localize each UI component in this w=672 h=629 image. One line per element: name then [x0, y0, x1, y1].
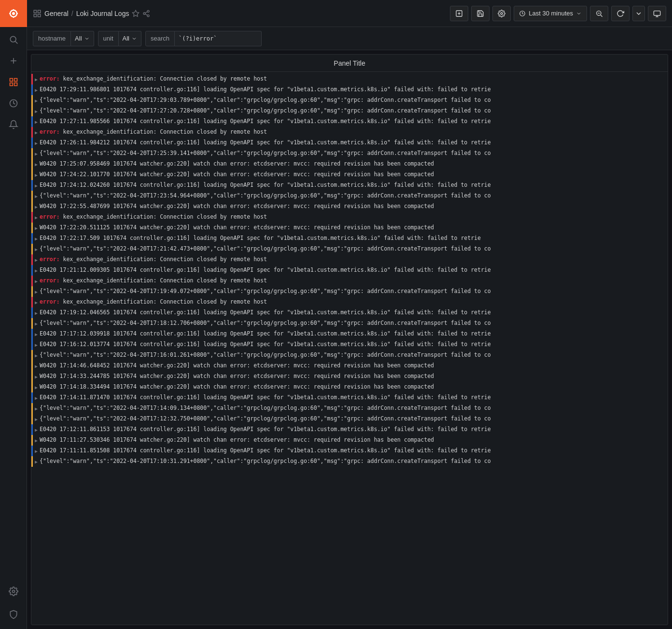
log-line[interactable]: ▶W0420 17:14:18.334494 1017674 watcher.g… — [31, 382, 668, 392]
share-icon[interactable] — [142, 10, 150, 17]
sidebar-item-search[interactable] — [0, 29, 27, 50]
log-expand-icon[interactable]: ▶ — [35, 329, 38, 339]
log-container[interactable]: ▶error: kex_exchange_identification: Con… — [31, 72, 668, 625]
svg-line-26 — [145, 12, 148, 13]
log-line[interactable]: ▶{"level":"warn","ts":"2022-04-20T17:10:… — [31, 456, 668, 467]
log-line[interactable]: ▶E0420 17:19:12.046565 1017674 controlle… — [31, 308, 668, 318]
save-button[interactable] — [471, 6, 490, 21]
log-expand-icon[interactable]: ▶ — [35, 393, 38, 403]
log-line[interactable]: ▶W0420 17:14:46.648452 1017674 watcher.g… — [31, 361, 668, 371]
log-line[interactable]: ▶error: kex_exchange_identification: Con… — [31, 254, 668, 265]
log-expand-icon[interactable]: ▶ — [35, 404, 38, 413]
log-line[interactable]: ▶W0420 17:22:20.511125 1017674 watcher.g… — [31, 223, 668, 233]
log-expand-icon[interactable]: ▶ — [35, 106, 38, 116]
log-line[interactable]: ▶{"level":"warn","ts":"2022-04-20T17:12:… — [31, 414, 668, 424]
hostname-select[interactable]: All — [71, 31, 94, 46]
log-expand-icon[interactable]: ▶ — [35, 138, 38, 148]
log-expand-icon[interactable]: ▶ — [35, 149, 38, 158]
log-line[interactable]: ▶E0420 17:22:17.509 1017674 controller.g… — [31, 233, 668, 244]
sidebar-item-alerting[interactable] — [0, 114, 27, 135]
log-line[interactable]: ▶W0420 17:14:33.244785 1017674 watcher.g… — [31, 371, 668, 382]
log-line[interactable]: ▶error: kex_exchange_identification: Con… — [31, 127, 668, 138]
log-line[interactable]: ▶{"level":"warn","ts":"2022-04-20T17:23:… — [31, 191, 668, 201]
star-icon[interactable] — [132, 10, 140, 17]
log-line[interactable]: ▶error: kex_exchange_identification: Con… — [31, 276, 668, 286]
sidebar-item-explore[interactable] — [0, 93, 27, 114]
log-expand-icon[interactable]: ▶ — [35, 276, 38, 286]
log-expand-icon[interactable]: ▶ — [35, 414, 38, 424]
log-expand-icon[interactable]: ▶ — [35, 223, 38, 233]
log-line[interactable]: ▶E0420 17:27:11.985566 1017674 controlle… — [31, 116, 668, 127]
time-range-button[interactable]: Last 30 minutes — [514, 6, 587, 21]
log-line[interactable]: ▶E0420 17:11:11.851508 1017674 controlle… — [31, 446, 668, 456]
log-expand-icon[interactable]: ▶ — [35, 319, 38, 328]
tv-mode-button[interactable] — [648, 6, 666, 21]
unit-select[interactable]: All — [119, 31, 141, 46]
dashboard-settings-button[interactable] — [492, 6, 511, 21]
log-expand-icon[interactable]: ▶ — [35, 308, 38, 318]
log-expand-icon[interactable]: ▶ — [35, 117, 38, 126]
log-line[interactable]: ▶error: kex_exchange_identification: Con… — [31, 212, 668, 223]
log-expand-icon[interactable]: ▶ — [35, 85, 38, 95]
log-expand-icon[interactable]: ▶ — [35, 425, 38, 434]
log-line[interactable]: ▶E0420 17:17:12.039918 1017674 controlle… — [31, 329, 668, 339]
search-input[interactable] — [175, 31, 262, 46]
log-expand-icon[interactable]: ▶ — [35, 297, 38, 307]
log-line[interactable]: ▶error: kex_exchange_identification: Con… — [31, 74, 668, 84]
refresh-button[interactable] — [611, 6, 630, 21]
sidebar-item-settings[interactable] — [0, 581, 27, 602]
grafana-logo[interactable] — [0, 0, 27, 27]
log-expand-icon[interactable]: ▶ — [35, 350, 38, 360]
log-expand-icon[interactable]: ▶ — [35, 234, 38, 243]
log-line[interactable]: ▶E0420 17:24:12.024260 1017674 controlle… — [31, 180, 668, 191]
log-expand-icon[interactable]: ▶ — [35, 212, 38, 222]
log-text: E0420 17:24:12.024260 1017674 controller… — [40, 181, 491, 189]
log-expand-icon[interactable]: ▶ — [35, 266, 38, 275]
log-expand-icon[interactable]: ▶ — [35, 96, 38, 105]
log-expand-icon[interactable]: ▶ — [35, 446, 38, 456]
log-line[interactable]: ▶{"level":"warn","ts":"2022-04-20T17:19:… — [31, 286, 668, 297]
sidebar-item-shield[interactable] — [0, 604, 27, 625]
log-line[interactable]: ▶error: kex_exchange_identification: Con… — [31, 297, 668, 308]
add-panel-button[interactable] — [450, 6, 468, 21]
log-expand-icon[interactable]: ▶ — [35, 127, 38, 137]
log-expand-icon[interactable]: ▶ — [35, 435, 38, 445]
search-label: search — [145, 31, 175, 46]
log-expand-icon[interactable]: ▶ — [35, 382, 38, 392]
log-line[interactable]: ▶E0420 17:29:11.986801 1017674 controlle… — [31, 84, 668, 95]
log-expand-icon[interactable]: ▶ — [35, 340, 38, 349]
log-line[interactable]: ▶E0420 17:21:12.009305 1017674 controlle… — [31, 265, 668, 276]
log-line[interactable]: ▶E0420 17:26:11.984212 1017674 controlle… — [31, 138, 668, 148]
log-line[interactable]: ▶W0420 17:11:27.530346 1017674 watcher.g… — [31, 435, 668, 446]
log-line[interactable]: ▶{"level":"warn","ts":"2022-04-20T17:14:… — [31, 403, 668, 414]
log-expand-icon[interactable]: ▶ — [35, 191, 38, 201]
log-line[interactable]: ▶W0420 17:24:22.101770 1017674 watcher.g… — [31, 169, 668, 180]
log-line[interactable]: ▶W0420 17:22:55.487699 1017674 watcher.g… — [31, 201, 668, 212]
log-expand-icon[interactable]: ▶ — [35, 287, 38, 296]
log-line[interactable]: ▶E0420 17:16:12.013774 1017674 controlle… — [31, 339, 668, 350]
refresh-dropdown-button[interactable] — [632, 6, 645, 21]
log-line[interactable]: ▶{"level":"warn","ts":"2022-04-20T17:16:… — [31, 350, 668, 361]
log-line[interactable]: ▶{"level":"warn","ts":"2022-04-20T17:27:… — [31, 106, 668, 116]
log-expand-icon[interactable]: ▶ — [35, 170, 38, 180]
log-line[interactable]: ▶E0420 17:12:11.861153 1017674 controlle… — [31, 424, 668, 435]
zoom-out-button[interactable] — [590, 6, 608, 21]
sidebar-item-add[interactable] — [0, 50, 27, 71]
breadcrumb-parent[interactable]: General — [44, 10, 69, 17]
log-line[interactable]: ▶{"level":"warn","ts":"2022-04-20T17:25:… — [31, 148, 668, 159]
log-expand-icon[interactable]: ▶ — [35, 361, 38, 371]
log-expand-icon[interactable]: ▶ — [35, 255, 38, 265]
log-line[interactable]: ▶E0420 17:14:11.871470 1017674 controlle… — [31, 392, 668, 403]
log-line[interactable]: ▶{"level":"warn","ts":"2022-04-20T17:18:… — [31, 318, 668, 329]
log-expand-icon[interactable]: ▶ — [35, 159, 38, 169]
log-expand-icon[interactable]: ▶ — [35, 202, 38, 211]
log-expand-icon[interactable]: ▶ — [35, 372, 38, 381]
log-line[interactable]: ▶W0420 17:25:07.958469 1017674 watcher.g… — [31, 159, 668, 169]
sidebar-item-dashboards[interactable] — [0, 71, 27, 93]
log-expand-icon[interactable]: ▶ — [35, 244, 38, 254]
log-expand-icon[interactable]: ▶ — [35, 457, 38, 466]
log-line[interactable]: ▶{"level":"warn","ts":"2022-04-20T17:21:… — [31, 244, 668, 254]
log-expand-icon[interactable]: ▶ — [35, 74, 38, 84]
log-expand-icon[interactable]: ▶ — [35, 181, 38, 190]
log-line[interactable]: ▶{"level":"warn","ts":"2022-04-20T17:29:… — [31, 95, 668, 106]
